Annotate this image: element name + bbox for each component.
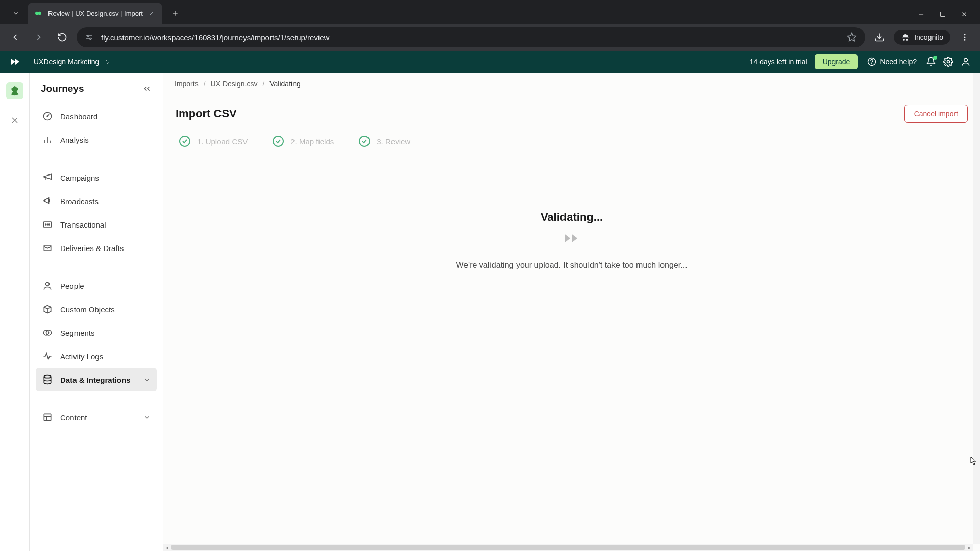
sidebar-item-label: Deliveries & Drafts (60, 244, 124, 253)
segments-icon (42, 327, 53, 338)
collapse-sidebar-button[interactable] (142, 84, 152, 93)
close-window-button[interactable] (960, 10, 969, 19)
svg-point-17 (964, 39, 966, 41)
sidebar-item-label: People (60, 282, 84, 290)
svg-point-38 (44, 375, 51, 378)
sidebar-title: Journeys (41, 83, 84, 94)
svg-point-34 (46, 282, 50, 286)
step-label: 1. Upload CSV (197, 137, 248, 146)
rail-secondary-icon[interactable] (6, 112, 23, 129)
sidebar-item-broadcasts[interactable]: Broadcasts (36, 189, 157, 213)
cancel-import-button[interactable]: Cancel import (904, 105, 968, 123)
step-label: 2. Map fields (290, 137, 334, 146)
workspace-switcher-icon[interactable] (104, 58, 110, 66)
scroll-thumb[interactable] (172, 545, 965, 550)
reload-button[interactable] (53, 28, 71, 46)
downloads-button[interactable] (870, 28, 889, 46)
browser-menu-button[interactable] (955, 28, 974, 46)
app-header: UXDesign Marketing 14 days left in trial… (0, 51, 980, 73)
svg-rect-7 (941, 12, 945, 17)
svg-marker-14 (848, 33, 856, 41)
svg-point-1 (38, 12, 41, 15)
tab-title: Review | UX Design.csv | Import (48, 10, 143, 17)
breadcrumb-imports[interactable]: Imports (175, 80, 199, 88)
dashboard-icon (42, 111, 53, 122)
workspace-name[interactable]: UXDesign Marketing (34, 58, 99, 66)
sidebar-item-people[interactable]: People (36, 274, 157, 297)
svg-point-13 (90, 38, 91, 40)
breadcrumb-current: Validating (270, 80, 300, 88)
notification-dot-icon (933, 56, 937, 60)
sidebar-item-transactional[interactable]: Transactional (36, 213, 157, 236)
step-upload: 1. Upload CSV (179, 135, 248, 147)
scroll-right-icon[interactable]: ▸ (966, 544, 973, 551)
svg-point-31 (47, 224, 48, 225)
horizontal-scrollbar[interactable]: ◂ ▸ (163, 544, 973, 551)
browser-toolbar: fly.customer.io/workspaces/160831/journe… (0, 24, 980, 51)
app-rail (0, 73, 30, 551)
svg-rect-39 (44, 414, 51, 420)
minimize-button[interactable] (917, 10, 926, 19)
trial-status: 14 days left in trial (750, 58, 807, 66)
check-icon (272, 135, 284, 147)
bookmark-icon[interactable] (847, 32, 857, 42)
chevron-down-icon (143, 376, 151, 383)
browser-tab[interactable]: Review | UX Design.csv | Import (28, 3, 162, 24)
deliveries-icon (42, 242, 53, 254)
import-steps: 1. Upload CSV 2. Map fields 3. Review (163, 131, 980, 160)
sidebar-item-label: Content (60, 413, 87, 422)
sidebar-item-segments[interactable]: Segments (36, 321, 157, 344)
settings-button[interactable] (943, 57, 953, 67)
sidebar-item-deliveries[interactable]: Deliveries & Drafts (36, 236, 157, 260)
tab-search-button[interactable] (7, 5, 24, 22)
page-title: Import CSV (176, 107, 237, 120)
maximize-button[interactable] (938, 10, 947, 19)
sidebar-item-label: Transactional (60, 220, 106, 229)
close-tab-button[interactable] (147, 9, 156, 18)
transactional-icon (42, 219, 53, 230)
breadcrumb: Imports / UX Design.csv / Validating (163, 73, 980, 94)
sidebar-item-content[interactable]: Content (36, 406, 157, 429)
svg-point-42 (180, 136, 190, 146)
sidebar-item-custom-objects[interactable]: Custom Objects (36, 297, 157, 321)
step-review: 3. Review (358, 135, 410, 147)
sidebar-item-label: Data & Integrations (60, 375, 131, 384)
sidebar-item-dashboard[interactable]: Dashboard (36, 105, 157, 128)
address-bar[interactable]: fly.customer.io/workspaces/160831/journe… (77, 27, 865, 47)
rail-journeys-icon[interactable] (6, 82, 23, 99)
tab-favicon-icon (34, 9, 43, 18)
sidebar-item-analysis[interactable]: Analysis (36, 128, 157, 152)
new-tab-button[interactable] (166, 5, 184, 22)
app-logo-icon[interactable] (9, 56, 21, 68)
forward-button[interactable] (30, 28, 48, 46)
breadcrumb-separator: / (262, 80, 264, 88)
sidebar-item-label: Dashboard (60, 112, 97, 121)
scroll-left-icon[interactable]: ◂ (163, 544, 170, 551)
breadcrumb-file[interactable]: UX Design.csv (211, 80, 258, 88)
svg-point-16 (964, 37, 966, 38)
incognito-badge[interactable]: Incognito (894, 30, 950, 45)
people-icon (42, 280, 53, 291)
browser-tab-bar: Review | UX Design.csv | Import (0, 0, 980, 24)
sidebar-item-campaigns[interactable]: Campaigns (36, 166, 157, 189)
back-button[interactable] (6, 28, 24, 46)
validating-message: We're validating your upload. It shouldn… (163, 261, 980, 270)
upgrade-button[interactable]: Upgrade (815, 54, 859, 69)
profile-button[interactable] (961, 57, 971, 67)
validating-panel: Validating... We're validating your uplo… (163, 211, 980, 270)
svg-point-20 (947, 61, 950, 63)
sidebar-item-activity-logs[interactable]: Activity Logs (36, 344, 157, 368)
need-help-button[interactable]: Need help? (867, 57, 917, 66)
main-content: Imports / UX Design.csv / Validating Imp… (163, 73, 980, 551)
url-text: fly.customer.io/workspaces/160831/journe… (101, 33, 840, 42)
content-icon (42, 412, 53, 423)
vertical-scrollbar[interactable] (973, 73, 980, 544)
notifications-button[interactable] (926, 57, 936, 67)
sidebar-item-label: Activity Logs (60, 352, 103, 361)
sidebar-item-data-integrations[interactable]: Data & Integrations (36, 368, 157, 391)
site-settings-icon[interactable] (85, 33, 94, 42)
sidebar-item-label: Analysis (60, 136, 89, 144)
validating-title: Validating... (163, 211, 980, 224)
sidebar-item-label: Campaigns (60, 173, 99, 182)
chart-icon (42, 134, 53, 145)
